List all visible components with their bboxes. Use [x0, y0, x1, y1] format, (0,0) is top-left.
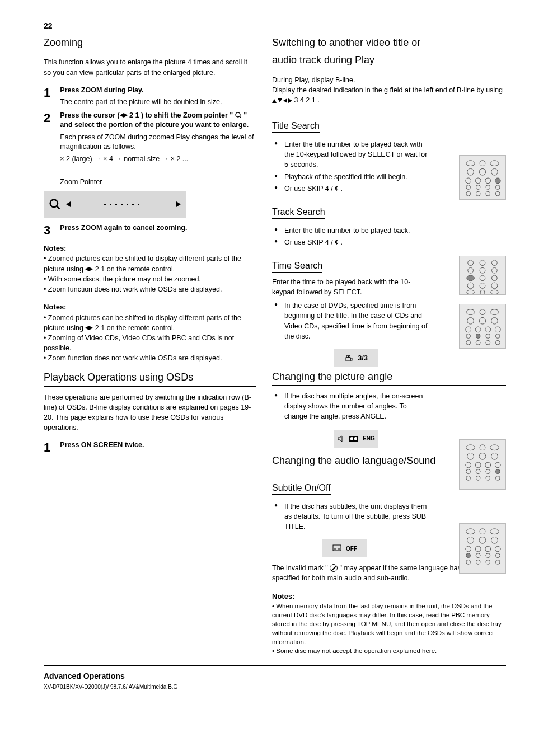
subtitle-bullet-1: If the disc has subtitles, the unit disp…: [272, 501, 429, 532]
svg-point-26: [480, 267, 485, 273]
remote-thumb-3: [459, 304, 506, 349]
playback-osd-intro: These operations are performed by switch…: [44, 392, 256, 433]
svg-point-86: [466, 546, 471, 552]
title-search-subhead: Title Search: [272, 121, 320, 133]
svg-point-87: [475, 546, 481, 552]
svg-point-16: [486, 185, 490, 190]
svg-point-17: [495, 185, 500, 190]
zoom-pointer-icon: [49, 199, 60, 210]
svg-point-61: [490, 445, 499, 450]
subtitle-osd-value: OFF: [346, 546, 357, 552]
right-note-2: Some disc may not accept the operation e…: [276, 647, 437, 654]
footer-model-info: XV-D701BK/XV-D2000(J)/ 98.7.6/ AV&Multim…: [44, 684, 506, 690]
svg-point-18: [466, 191, 471, 196]
switch-line1b: Display the desired indication in the g …: [272, 86, 503, 94]
svg-point-15: [476, 185, 480, 190]
remote-thumb-1: [459, 155, 506, 200]
left-arrow-icon: [120, 113, 124, 118]
step4-main: Press ON SCREEN twice.: [60, 441, 144, 449]
svg-point-75: [486, 476, 490, 481]
svg-point-89: [495, 546, 500, 552]
svg-point-11: [475, 178, 481, 184]
svg-point-64: [491, 453, 498, 460]
svg-point-37: [466, 309, 475, 315]
svg-point-59: [466, 445, 475, 450]
notes-b-label: Notes:: [44, 303, 66, 311]
notes-b-1b: 2 1 on the remote control.: [95, 324, 175, 332]
svg-point-49: [486, 334, 490, 339]
audio-osd-box: ENG: [334, 430, 378, 448]
left-column: Zooming This function allows you to enla…: [44, 36, 256, 655]
svg-point-10: [466, 178, 471, 184]
svg-point-82: [490, 529, 499, 534]
svg-point-41: [479, 317, 486, 324]
svg-point-42: [491, 317, 498, 324]
time-bullet-1: In the case of DVDs, specified time is f…: [272, 300, 429, 341]
right-notes-label: Notes:: [272, 592, 294, 600]
svg-point-27: [492, 267, 498, 273]
svg-rect-78: [350, 437, 353, 440]
svg-point-24: [492, 260, 498, 266]
svg-point-6: [490, 161, 499, 166]
speaker-icon: [337, 435, 345, 443]
left-triangle-icon: [66, 201, 71, 207]
step2-sub: Each press of ZOOM during zoomed Play ch…: [60, 133, 256, 152]
title-bullet-3: Or use SKIP 4 / ¢ .: [272, 184, 429, 194]
svg-point-0: [236, 112, 240, 117]
footer-section-title: Advanced Operations: [44, 665, 506, 680]
zooming-heading: Zooming: [44, 36, 111, 51]
notes-b-3: Zoom function does not work while OSDs a…: [48, 354, 222, 362]
svg-point-53: [486, 340, 490, 345]
audio-osd-value: ENG: [363, 435, 375, 442]
step4-num: 1: [44, 440, 58, 455]
svg-point-23: [480, 260, 485, 266]
right-column: Switching to another video title or audi…: [272, 36, 506, 655]
svg-point-2: [50, 199, 58, 206]
svg-line-1: [240, 116, 241, 118]
notes-a-3: Zoom function does not work while OSDs a…: [48, 285, 222, 293]
right-arrow-icon: [89, 267, 93, 271]
svg-point-21: [495, 191, 500, 196]
svg-point-50: [495, 334, 500, 339]
svg-point-80: [466, 529, 475, 534]
svg-point-45: [485, 327, 491, 332]
track-bullet-2: Or use SKIP 4 / ¢ .: [272, 237, 429, 247]
switching-heading-b: audio track during Play: [272, 54, 506, 69]
svg-point-57: [348, 355, 350, 357]
svg-point-92: [486, 553, 490, 558]
svg-point-93: [495, 553, 500, 558]
playback-osd-heading: Playback Operations using OSDs: [44, 371, 256, 386]
svg-point-96: [486, 560, 490, 565]
zoom-indicator-box: -------: [44, 191, 186, 218]
svg-point-36: [491, 290, 499, 294]
svg-point-81: [480, 529, 485, 534]
svg-point-47: [466, 334, 471, 339]
svg-point-69: [466, 469, 471, 474]
step3-num: 3: [44, 223, 58, 238]
step2-main: Press the cursor ( 2 1 ) to shift the Zo…: [60, 111, 249, 129]
svg-point-9: [491, 168, 498, 175]
svg-point-33: [491, 283, 498, 289]
direction-arrows-icon: [272, 98, 292, 103]
svg-point-85: [491, 537, 498, 544]
svg-point-91: [476, 553, 480, 558]
step1-sub: The centre part of the picture will be d…: [60, 97, 256, 107]
svg-rect-55: [346, 358, 350, 361]
notes-a-1b: 2 1 on the remote control.: [95, 265, 175, 273]
step2-flow: × 2 (large) → × 4 → normal size → × 2 ..…: [60, 154, 256, 165]
svg-point-60: [480, 445, 485, 450]
svg-rect-79: [354, 437, 357, 440]
time-search-text: Enter the time to be played back with th…: [272, 277, 429, 297]
title-bullet-1: Enter the title number to be played back…: [272, 139, 429, 170]
svg-point-72: [495, 469, 500, 474]
svg-point-20: [486, 191, 490, 196]
svg-point-94: [466, 560, 471, 565]
dolby-icon: [349, 436, 358, 442]
track-search-subhead: Track Search: [272, 207, 325, 219]
svg-point-90: [466, 553, 471, 558]
subtitle-subhead: Subtitle On/Off: [272, 483, 331, 495]
remote-thumb-2: [459, 256, 506, 295]
svg-point-84: [479, 537, 486, 544]
prohibited-icon: [330, 564, 338, 572]
svg-point-44: [475, 327, 481, 332]
